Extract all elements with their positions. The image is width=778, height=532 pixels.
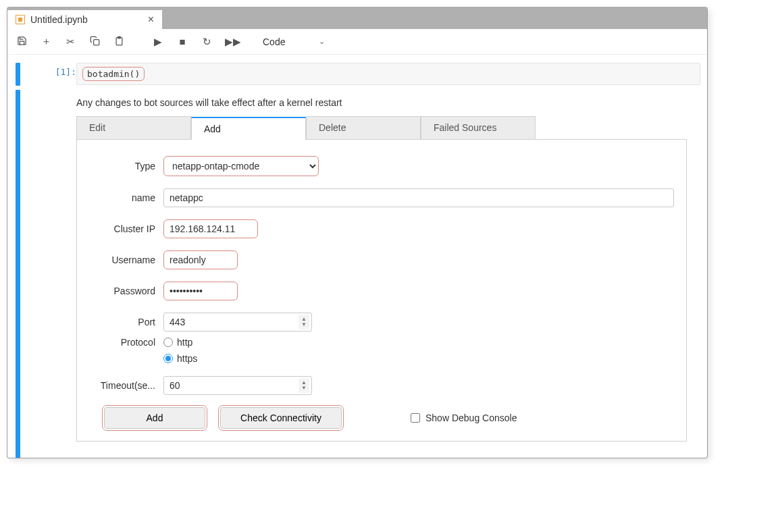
tab-delete[interactable]: Delete xyxy=(306,116,421,139)
timeout-input[interactable] xyxy=(163,376,312,395)
button-row: Add Check Connectivity Show Debug Consol… xyxy=(89,407,674,429)
radio-https[interactable] xyxy=(163,354,173,363)
notebook-window: Untitled.ipynb × ＋ ✂ ▶ ■ ↻ ▶▶ Code ⌄ [1]… xyxy=(7,7,708,458)
code-cell[interactable]: [1]: botadmin() xyxy=(45,63,700,85)
label-cluster-ip: Cluster IP xyxy=(89,223,163,234)
save-icon[interactable] xyxy=(16,36,28,48)
run-icon[interactable]: ▶ xyxy=(152,36,164,48)
label-name: name xyxy=(89,192,163,203)
check-connectivity-button[interactable]: Check Connectivity xyxy=(220,407,342,429)
label-type: Type xyxy=(89,161,163,171)
name-input[interactable] xyxy=(163,188,674,207)
radio-http-label: http xyxy=(177,337,192,348)
cut-icon[interactable]: ✂ xyxy=(64,36,76,48)
tab-add[interactable]: Add xyxy=(191,117,306,140)
add-panel: Type netapp-ontap-cmode name Cluster IP … xyxy=(76,140,687,442)
inner-tab-bar: Edit Add Delete Failed Sources xyxy=(76,116,687,140)
show-debug-row[interactable]: Show Debug Console xyxy=(411,413,517,423)
file-tab-title: Untitled.ipynb xyxy=(30,14,88,25)
add-button[interactable]: Add xyxy=(104,407,205,429)
tab-edit[interactable]: Edit xyxy=(76,116,191,139)
label-protocol: Protocol xyxy=(89,337,163,348)
stop-icon[interactable]: ■ xyxy=(176,36,188,47)
cluster-ip-input[interactable] xyxy=(163,219,258,238)
code-text: botadmin() xyxy=(82,67,145,81)
radio-https-label: https xyxy=(177,353,197,364)
file-tab-bar: Untitled.ipynb × xyxy=(7,10,707,29)
copy-icon[interactable] xyxy=(88,36,101,48)
label-username: Username xyxy=(89,255,163,265)
type-select[interactable]: netapp-ontap-cmode xyxy=(163,156,319,176)
notebook-area: [1]: botadmin() Any changes to bot sourc… xyxy=(7,55,707,458)
restart-icon[interactable]: ↻ xyxy=(201,36,213,48)
run-all-icon[interactable]: ▶▶ xyxy=(225,36,237,48)
chevron-down-icon: ⌄ xyxy=(319,37,325,46)
password-input[interactable] xyxy=(163,282,238,300)
port-stepper[interactable]: ▲▼ xyxy=(299,315,309,329)
cell-type-label: Code xyxy=(263,36,285,47)
cell-output: Any changes to bot sources will take eff… xyxy=(76,85,687,442)
code-input[interactable]: botadmin() xyxy=(76,63,700,85)
cell-type-select[interactable]: Code ⌄ xyxy=(256,34,332,50)
cell-selection-bar xyxy=(16,63,20,86)
port-input[interactable] xyxy=(163,313,312,331)
show-debug-checkbox[interactable] xyxy=(411,413,420,423)
tab-failed-sources[interactable]: Failed Sources xyxy=(421,116,536,139)
svg-rect-0 xyxy=(93,39,99,45)
label-timeout: Timeout(se... xyxy=(89,380,163,391)
file-tab[interactable]: Untitled.ipynb × xyxy=(7,10,163,29)
show-debug-label: Show Debug Console xyxy=(425,413,517,423)
add-cell-icon[interactable]: ＋ xyxy=(40,35,52,48)
timeout-stepper[interactable]: ▲▼ xyxy=(299,378,309,393)
radio-http[interactable] xyxy=(163,338,173,347)
username-input[interactable] xyxy=(163,250,238,269)
toolbar: ＋ ✂ ▶ ■ ↻ ▶▶ Code ⌄ xyxy=(7,29,707,55)
label-port: Port xyxy=(89,317,163,327)
notebook-icon xyxy=(16,15,25,24)
paste-icon[interactable] xyxy=(113,36,125,48)
label-password: Password xyxy=(89,286,163,296)
cell-prompt: [1]: xyxy=(45,63,76,77)
output-selection-bar xyxy=(16,90,20,458)
close-tab-icon[interactable]: × xyxy=(148,14,154,26)
output-notice: Any changes to bot sources will take eff… xyxy=(76,97,687,108)
